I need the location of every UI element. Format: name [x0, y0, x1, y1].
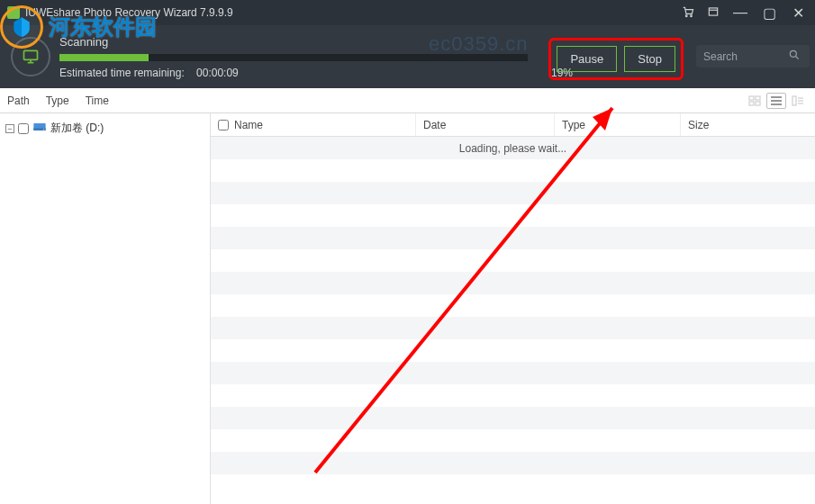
list-body: Loading, please wait...	[211, 137, 815, 504]
app-icon	[7, 6, 20, 19]
search-box[interactable]	[696, 45, 810, 68]
cart-icon[interactable]	[682, 5, 694, 21]
scan-info: Scanning Estimated time remaining: 00:00…	[59, 35, 528, 79]
monitor-icon	[11, 37, 50, 76]
filter-bar: Path Type Time	[0, 88, 815, 113]
list-view-icon[interactable]	[766, 93, 786, 109]
svg-rect-10	[756, 96, 760, 100]
estimated-time-label: Estimated time remaining:	[59, 67, 185, 79]
svg-point-0	[685, 14, 687, 16]
maximize-button[interactable]: ▢	[761, 4, 777, 22]
list-header: Name Date Type Size	[211, 113, 815, 137]
window-icon[interactable]	[707, 5, 720, 21]
column-size[interactable]: Size	[681, 113, 815, 136]
stop-button[interactable]: Stop	[624, 46, 675, 72]
estimated-time-row: Estimated time remaining: 00:00:09	[59, 67, 528, 79]
grid-view-icon[interactable]	[745, 93, 765, 109]
tree-root-label: 新加卷 (D:)	[50, 121, 104, 136]
svg-rect-4	[24, 50, 38, 59]
filter-time[interactable]: Time	[86, 94, 109, 107]
window-title: IUWEshare Photo Recovery Wizard 7.9.9.9	[25, 6, 682, 19]
svg-rect-12	[756, 102, 760, 105]
scan-bar: Scanning Estimated time remaining: 00:00…	[0, 25, 815, 88]
svg-point-7	[790, 50, 796, 57]
svg-rect-16	[792, 96, 796, 105]
column-date[interactable]: Date	[416, 113, 555, 136]
column-name-label: Name	[234, 119, 263, 131]
select-all-checkbox[interactable]	[218, 120, 229, 130]
title-actions: — ▢ ✕	[682, 4, 815, 22]
column-size-label: Size	[688, 119, 709, 131]
tree-root-checkbox[interactable]	[18, 123, 29, 134]
svg-line-8	[796, 57, 799, 59]
column-date-label: Date	[423, 119, 446, 131]
column-name[interactable]: Name	[211, 113, 416, 136]
svg-point-1	[691, 14, 693, 16]
close-button[interactable]: ✕	[790, 4, 806, 22]
column-type[interactable]: Type	[555, 113, 681, 136]
file-list: Name Date Type Size Loading, please wait…	[211, 113, 815, 504]
estimated-time-value: 00:00:09	[196, 67, 239, 79]
detail-view-icon[interactable]	[788, 93, 808, 109]
pause-button[interactable]: Pause	[557, 46, 617, 72]
title-bar: IUWEshare Photo Recovery Wizard 7.9.9.9 …	[0, 0, 815, 25]
loading-text: Loading, please wait...	[211, 142, 815, 155]
filter-path[interactable]: Path	[7, 94, 30, 107]
column-type-label: Type	[562, 119, 585, 131]
search-icon	[788, 49, 801, 64]
view-switcher	[745, 93, 808, 109]
drive-icon	[32, 121, 47, 136]
search-input[interactable]	[703, 50, 788, 63]
scan-status-label: Scanning	[59, 35, 528, 49]
folder-tree: − 新加卷 (D:)	[0, 113, 211, 504]
svg-rect-11	[749, 102, 754, 105]
minimize-button[interactable]: —	[732, 4, 748, 21]
tree-collapse-icon[interactable]: −	[5, 124, 14, 133]
svg-rect-9	[749, 96, 754, 100]
tree-root-row[interactable]: − 新加卷 (D:)	[4, 119, 206, 138]
scan-button-group: Pause Stop	[548, 38, 684, 80]
main-pane: − 新加卷 (D:) Name Date Type Size Loa	[0, 113, 815, 504]
filter-type[interactable]: Type	[46, 94, 69, 107]
progress-fill	[59, 54, 149, 61]
progress-bar	[59, 54, 528, 61]
svg-rect-2	[709, 7, 717, 14]
svg-point-22	[43, 129, 44, 130]
